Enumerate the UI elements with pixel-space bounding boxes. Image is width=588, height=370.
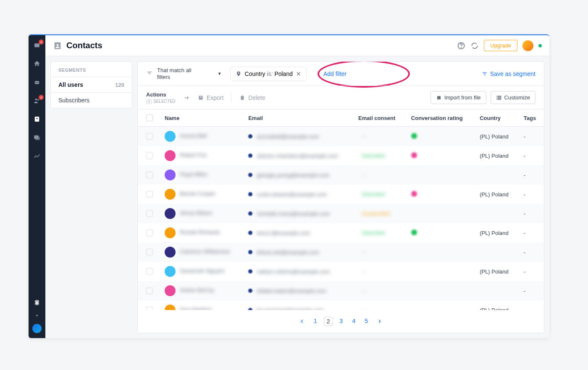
- segment-item[interactable]: Subscribers: [51, 93, 132, 108]
- column-header[interactable]: Country: [474, 109, 518, 127]
- row-checkbox[interactable]: [146, 307, 153, 310]
- svg-rect-27: [500, 96, 501, 99]
- country-cell: (PL) Poland: [474, 127, 518, 146]
- nav-settings-icon[interactable]: [33, 299, 41, 307]
- table-row[interactable]: Ronald Richards kenzi.l@example.com Subs…: [138, 223, 544, 242]
- consent-badge: Subscribed: [358, 191, 388, 198]
- row-checkbox[interactable]: [146, 191, 153, 198]
- contact-email: curtis.weaver@example.com: [257, 191, 327, 198]
- row-checkbox[interactable]: [146, 210, 153, 217]
- prev-page-button[interactable]: [298, 317, 306, 326]
- next-arrow-icon[interactable]: [183, 94, 190, 101]
- pagination: 12345: [138, 310, 544, 333]
- column-header[interactable]: Name: [159, 109, 242, 127]
- export-button[interactable]: Export: [197, 94, 223, 101]
- svg-rect-26: [499, 96, 499, 99]
- delete-button[interactable]: Delete: [239, 94, 265, 101]
- tags-cell: -: [518, 127, 544, 146]
- svg-point-11: [36, 315, 38, 316]
- row-checkbox[interactable]: [146, 152, 153, 159]
- contact-avatar: [165, 189, 176, 200]
- contact-name: Cameron Williamson: [180, 248, 230, 255]
- nav-users-icon[interactable]: 2: [33, 96, 41, 105]
- nav-home-icon[interactable]: [33, 60, 41, 68]
- table-row[interactable]: Jenny Wilson michelle.rivera@example.com…: [138, 204, 544, 223]
- tags-cell: -: [518, 281, 544, 300]
- table-row[interactable]: Bessie Cooper curtis.weaver@example.com …: [138, 185, 544, 204]
- contact-avatar: [165, 247, 176, 258]
- page-number[interactable]: 4: [349, 317, 358, 326]
- country-cell: (PL) Poland: [474, 223, 518, 242]
- select-all-checkbox[interactable]: [146, 115, 153, 121]
- tags-cell: -: [518, 185, 544, 204]
- help-icon[interactable]: [457, 42, 465, 50]
- filter-chip-country[interactable]: Country is: Poland ✕: [230, 67, 307, 81]
- page-number[interactable]: 1: [311, 317, 320, 326]
- row-checkbox[interactable]: [146, 133, 153, 140]
- table-row[interactable]: Floyd Miles georgia.young@example.com — …: [138, 165, 544, 185]
- save-segment-button[interactable]: Save as segment: [482, 70, 536, 77]
- consent-badge: Subscribed: [358, 229, 388, 236]
- country-cell: [474, 204, 518, 223]
- row-checkbox[interactable]: [146, 268, 153, 275]
- nav-settings-small-icon[interactable]: [33, 311, 41, 320]
- user-avatar[interactable]: [522, 40, 533, 51]
- rating-cell: [405, 242, 474, 262]
- table-row[interactable]: Savannah Nguyen nathan.roberts@example.c…: [138, 262, 544, 281]
- filter-bar: That match all filters ▼ Country is: Pol…: [138, 62, 544, 86]
- filter-icon: [146, 70, 153, 78]
- row-checkbox[interactable]: [146, 287, 153, 294]
- page-number[interactable]: 3: [337, 317, 346, 326]
- topbar: Contacts Upgrade: [45, 35, 549, 56]
- filter-match-dropdown[interactable]: That match all filters ▼: [157, 67, 222, 80]
- svg-point-2: [36, 82, 37, 83]
- page-number[interactable]: 2: [324, 317, 333, 326]
- column-header[interactable]: Conversation rating: [405, 109, 474, 127]
- consent-badge: —: [358, 172, 370, 178]
- consent-badge: —: [358, 307, 370, 310]
- contact-name: Ronald Richards: [180, 229, 220, 235]
- svg-point-15: [461, 47, 462, 47]
- nav-campaigns-icon[interactable]: [33, 133, 41, 142]
- page-number[interactable]: 5: [362, 317, 370, 326]
- row-checkbox[interactable]: [146, 229, 153, 236]
- status-indicator: [538, 44, 542, 47]
- tags-cell: -: [518, 146, 544, 165]
- column-header[interactable]: Email: [242, 109, 352, 127]
- nav-contacts-icon[interactable]: [33, 115, 41, 123]
- row-checkbox[interactable]: [146, 249, 153, 255]
- contact-email: nathan.roberts@example.com: [257, 268, 330, 275]
- table-row[interactable]: Guy Hawkins tim.jennings@example.com — (…: [138, 300, 544, 310]
- nav-analytics-icon[interactable]: [33, 152, 41, 160]
- remove-filter-icon[interactable]: ✕: [296, 70, 301, 77]
- import-button[interactable]: Import from file: [430, 91, 486, 104]
- tags-cell: -: [518, 223, 544, 242]
- rating-cell: [405, 281, 474, 300]
- save-icon: [482, 71, 488, 77]
- upgrade-button[interactable]: Upgrade: [484, 40, 517, 51]
- add-filter-button[interactable]: Add filter: [323, 70, 346, 77]
- customize-button[interactable]: Customize: [491, 91, 536, 104]
- row-checkbox[interactable]: [146, 172, 153, 178]
- tags-cell: -: [518, 262, 544, 281]
- contacts-icon: [53, 41, 62, 50]
- segments-header: SEGMENTS: [51, 62, 132, 77]
- contact-email: tim.jennings@example.com: [257, 307, 324, 310]
- next-page-button[interactable]: [375, 317, 384, 326]
- column-header[interactable]: Email consent: [352, 109, 405, 127]
- contact-name: Jenny Wilson: [180, 210, 212, 216]
- svg-point-5: [37, 99, 39, 101]
- nav-bot-icon[interactable]: [33, 78, 41, 86]
- column-header[interactable]: Tags: [518, 109, 544, 127]
- svg-point-4: [35, 99, 37, 101]
- table-row[interactable]: Arlene McCoy debbie.baker@example.com — …: [138, 281, 544, 300]
- table-row[interactable]: Cameron Williamson felicia.reid@example.…: [138, 242, 544, 262]
- nav-inbox-icon[interactable]: 2: [33, 41, 41, 50]
- table-row[interactable]: Aurora Bell aurorabell@example.com — (PL…: [138, 127, 544, 146]
- table-row[interactable]: Robert Fox dolores.chambers@example.com …: [138, 146, 544, 165]
- consent-badge: —: [358, 268, 370, 275]
- segment-item[interactable]: All users120: [51, 77, 132, 93]
- contact-avatar: [165, 131, 176, 142]
- refresh-icon[interactable]: [470, 42, 479, 50]
- contact-email: aurorabell@example.com: [257, 133, 319, 140]
